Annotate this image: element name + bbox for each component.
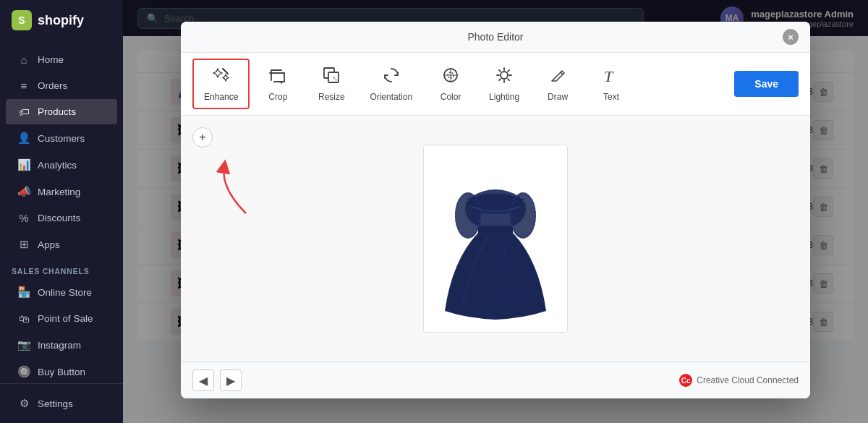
instagram-icon: 📷 [17, 338, 30, 351]
products-icon: 🏷 [17, 106, 30, 118]
svg-line-17 [508, 70, 509, 72]
svg-line-18 [499, 79, 501, 80]
tool-text[interactable]: T Text [586, 60, 637, 108]
apps-icon: ⊞ [17, 238, 30, 251]
buy-button-icon: 🔘 [17, 365, 30, 378]
tool-enhance[interactable]: Enhance [192, 59, 250, 109]
sidebar-header: S shopify [0, 0, 123, 40]
enhance-label: Enhance [204, 92, 238, 102]
sidebar-item-label: Analytics [38, 160, 77, 171]
sidebar-item-label: Point of Sale [38, 313, 93, 324]
svg-line-15 [499, 70, 501, 72]
sidebar-item-buy-button[interactable]: 🔘 Buy Button [6, 359, 117, 383]
shopify-logo[interactable]: S shopify [12, 10, 84, 30]
sidebar-item-apps[interactable]: ⊞ Apps [6, 231, 117, 257]
sidebar-item-label: Home [38, 54, 64, 65]
shopify-bag-icon: S [12, 10, 32, 30]
svg-point-24 [455, 192, 481, 239]
customers-icon: 👤 [17, 132, 30, 145]
svg-line-19 [561, 72, 563, 74]
shopify-brand-name: shopify [38, 13, 84, 28]
text-label: Text [603, 92, 619, 102]
sidebar-settings-label: Settings [38, 398, 73, 409]
pos-icon: 🛍 [17, 312, 30, 325]
draw-icon [548, 66, 567, 87]
online-store-icon: 🏪 [17, 286, 30, 299]
tool-crop[interactable]: Crop [252, 60, 303, 108]
enhance-icon [212, 66, 231, 87]
resize-label: Resize [318, 92, 345, 102]
orders-icon: ≡ [17, 80, 30, 92]
sidebar-item-label: Instagram [38, 340, 81, 351]
tool-resize[interactable]: Resize [306, 60, 357, 108]
color-icon [441, 66, 460, 87]
crop-icon [268, 66, 287, 87]
sidebar-item-settings[interactable]: ⚙ Settings [6, 390, 117, 416]
sidebar-item-label: Online Store [38, 287, 92, 298]
crop-label: Crop [268, 92, 287, 102]
sidebar-item-instagram[interactable]: 📷 Instagram [6, 332, 117, 358]
sidebar-item-analytics[interactable]: 📊 Analytics [6, 152, 117, 178]
modal-title: Photo Editor [208, 31, 783, 43]
lighting-icon [495, 66, 514, 87]
modal-footer: ◀ ▶ Cc Creative Cloud Connected [181, 362, 810, 398]
modal-body: + [181, 116, 810, 362]
creative-cloud-icon: Cc [679, 374, 692, 387]
main-content: 🔍 MA mageplazastore Admin mageplazastore… [123, 0, 868, 423]
svg-text:T: T [604, 67, 614, 85]
settings-icon: ⚙ [17, 397, 30, 410]
product-image [423, 145, 568, 333]
sidebar-item-label: Products [38, 106, 76, 117]
tool-orientation[interactable]: Orientation [359, 60, 422, 108]
close-button[interactable]: × [783, 29, 799, 45]
modal-nav: ◀ ▶ [192, 369, 242, 391]
sidebar-bottom: ⚙ Settings [0, 383, 123, 423]
tool-draw[interactable]: Draw [532, 60, 583, 108]
sidebar-item-marketing[interactable]: 📣 Marketing [6, 179, 117, 205]
sidebar-item-label: Discounts [38, 213, 80, 223]
modal-backdrop: Photo Editor × Enhance [123, 0, 868, 423]
tool-color[interactable]: Color [425, 60, 476, 108]
marketing-icon: 📣 [17, 185, 30, 198]
sidebar-item-pos[interactable]: 🛍 Point of Sale [6, 306, 117, 331]
sidebar-item-label: Marketing [38, 187, 80, 197]
color-label: Color [441, 92, 461, 102]
sidebar-item-label: Buy Button [38, 367, 85, 377]
sidebar-item-label: Apps [38, 239, 60, 250]
svg-point-25 [510, 192, 536, 239]
sidebar-item-discounts[interactable]: % Discounts [6, 205, 117, 231]
sidebar-item-customers[interactable]: 👤 Customers [6, 125, 117, 151]
sidebar-item-products[interactable]: 🏷 Products [6, 99, 117, 124]
sidebar-item-label: Orders [38, 80, 67, 91]
sidebar-item-home[interactable]: ⌂ Home [6, 47, 117, 72]
orientation-icon [382, 66, 401, 87]
nav-back-button[interactable]: ◀ [192, 369, 214, 391]
sidebar-item-orders[interactable]: ≡ Orders [6, 73, 117, 98]
svg-point-10 [501, 72, 508, 79]
resize-icon [322, 66, 341, 87]
sidebar-item-online-store[interactable]: 🏪 Online Store [6, 279, 117, 305]
dress-svg [430, 152, 561, 325]
analytics-icon: 📊 [17, 158, 30, 171]
tool-lighting[interactable]: Lighting [479, 60, 529, 108]
sidebar-item-label: Customers [38, 133, 85, 144]
draw-label: Draw [548, 92, 568, 102]
zoom-button[interactable]: + [192, 127, 213, 148]
nav-forward-button[interactable]: ▶ [220, 369, 242, 391]
sidebar-nav: ⌂ Home ≡ Orders 🏷 Products 👤 Customers 📊… [0, 40, 123, 383]
creative-cloud-badge: Cc Creative Cloud Connected [679, 374, 799, 387]
discounts-icon: % [17, 212, 30, 224]
save-button[interactable]: Save [734, 71, 799, 97]
svg-line-16 [508, 79, 509, 80]
lighting-label: Lighting [489, 92, 519, 102]
photo-editor-modal: Photo Editor × Enhance [181, 22, 810, 398]
sales-channels-section-label: SALES CHANNELS [0, 258, 123, 278]
svg-rect-4 [328, 72, 339, 82]
modal-header: Photo Editor × [181, 22, 810, 53]
modal-toolbar: Enhance Crop [181, 53, 810, 116]
orientation-label: Orientation [370, 92, 412, 102]
creative-cloud-text: Creative Cloud Connected [697, 375, 799, 385]
text-icon: T [602, 66, 621, 87]
svg-line-0 [223, 69, 228, 74]
enhance-arrow [210, 159, 253, 220]
